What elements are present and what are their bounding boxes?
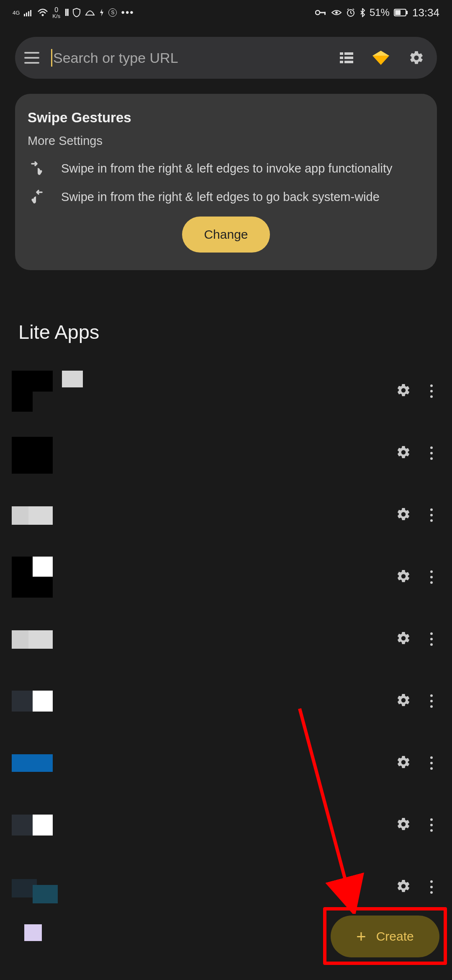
app-icon — [12, 918, 53, 943]
app-settings-icon[interactable] — [396, 383, 411, 400]
app-icon — [12, 619, 53, 660]
network-type: 4G — [13, 10, 20, 15]
app-icon — [12, 495, 53, 536]
net-speed-unit: K/s — [52, 13, 60, 19]
more-status-icon: ••• — [121, 7, 134, 18]
app-settings-icon[interactable] — [396, 507, 411, 524]
app-more-icon[interactable] — [430, 384, 433, 398]
search-bar[interactable] — [15, 37, 437, 79]
svg-rect-18 — [344, 61, 353, 63]
settings-gear-icon[interactable] — [408, 50, 424, 66]
view-list-icon[interactable] — [340, 52, 353, 63]
hamburger-menu-icon[interactable] — [24, 52, 39, 64]
signal-icon — [24, 9, 33, 16]
svg-point-4 — [42, 14, 44, 16]
fab-label: Create — [376, 929, 414, 944]
card-subtitle: More Settings — [28, 134, 424, 148]
circled-s-icon: S — [108, 8, 117, 17]
app-more-icon[interactable] — [430, 694, 433, 708]
do-not-disturb-icon — [85, 9, 95, 16]
app-icon — [12, 743, 53, 784]
list-item[interactable] — [12, 608, 440, 670]
pause-icon: II — [64, 7, 68, 18]
list-item[interactable] — [12, 732, 440, 794]
svg-rect-12 — [406, 11, 408, 14]
app-settings-icon[interactable] — [396, 879, 411, 895]
create-fab[interactable]: + Create — [331, 916, 439, 957]
svg-rect-0 — [24, 14, 25, 16]
app-icon — [12, 557, 53, 598]
charging-icon — [99, 8, 104, 17]
svg-rect-17 — [340, 61, 343, 63]
list-item[interactable] — [12, 794, 440, 856]
list-item[interactable] — [12, 856, 440, 918]
shield-icon — [72, 8, 81, 17]
app-more-icon[interactable] — [430, 570, 433, 584]
app-settings-icon[interactable] — [396, 755, 411, 771]
gesture-text-2: Swipe in from the right & left edges to … — [61, 189, 380, 205]
svg-rect-13 — [340, 52, 343, 55]
battery-icon — [394, 9, 408, 16]
svg-rect-16 — [344, 57, 353, 59]
swipe-app-icon — [28, 160, 46, 178]
list-item[interactable] — [12, 546, 440, 608]
vpn-key-icon — [315, 10, 327, 15]
card-title: Swipe Gestures — [28, 110, 424, 126]
app-icon — [12, 433, 53, 474]
app-icon — [12, 681, 53, 722]
app-more-icon[interactable] — [430, 818, 433, 832]
url-search-input[interactable] — [53, 50, 328, 66]
svg-rect-2 — [28, 11, 29, 16]
svg-rect-1 — [26, 13, 27, 16]
app-settings-icon[interactable] — [396, 693, 411, 709]
change-button[interactable]: Change — [182, 217, 270, 253]
wifi-icon — [37, 8, 48, 17]
battery-pct: 51% — [370, 7, 390, 18]
list-item[interactable] — [12, 422, 440, 484]
app-more-icon[interactable] — [430, 632, 433, 646]
net-speed-value: 0 — [54, 7, 58, 13]
svg-rect-14 — [344, 52, 353, 55]
app-more-icon[interactable] — [430, 756, 433, 770]
clock: 13:34 — [412, 6, 439, 19]
status-bar: 4G 0 K/s II S ••• — [0, 0, 452, 25]
svg-point-5 — [316, 10, 320, 15]
app-more-icon[interactable] — [430, 446, 433, 460]
list-item[interactable] — [12, 360, 440, 422]
lite-apps-heading: Lite Apps — [0, 270, 452, 360]
svg-rect-7 — [324, 12, 326, 15]
list-item[interactable] — [12, 484, 440, 546]
app-more-icon[interactable] — [430, 508, 433, 522]
svg-rect-15 — [340, 57, 343, 59]
eye-icon — [331, 9, 342, 16]
svg-rect-3 — [30, 10, 31, 16]
app-icon — [12, 867, 53, 908]
list-item[interactable] — [12, 670, 440, 732]
lite-apps-list — [0, 360, 452, 943]
app-settings-icon[interactable] — [396, 817, 411, 833]
text-cursor — [51, 49, 52, 67]
app-icon — [12, 805, 53, 846]
app-settings-icon[interactable] — [396, 569, 411, 585]
app-more-icon[interactable] — [430, 880, 433, 894]
app-settings-icon[interactable] — [396, 631, 411, 647]
svg-rect-11 — [395, 10, 401, 15]
alarm-icon — [346, 8, 355, 17]
app-settings-icon[interactable] — [396, 445, 411, 462]
app-icon — [12, 371, 53, 412]
plus-icon: + — [356, 927, 366, 946]
swipe-gestures-card: Swipe Gestures More Settings Swipe in fr… — [15, 94, 437, 270]
bluetooth-icon — [360, 8, 365, 17]
gesture-text-1: Swipe in from the right & left edges to … — [61, 160, 393, 177]
svg-point-8 — [335, 11, 338, 14]
premium-diamond-icon[interactable] — [372, 51, 389, 65]
swipe-system-icon — [28, 188, 46, 206]
